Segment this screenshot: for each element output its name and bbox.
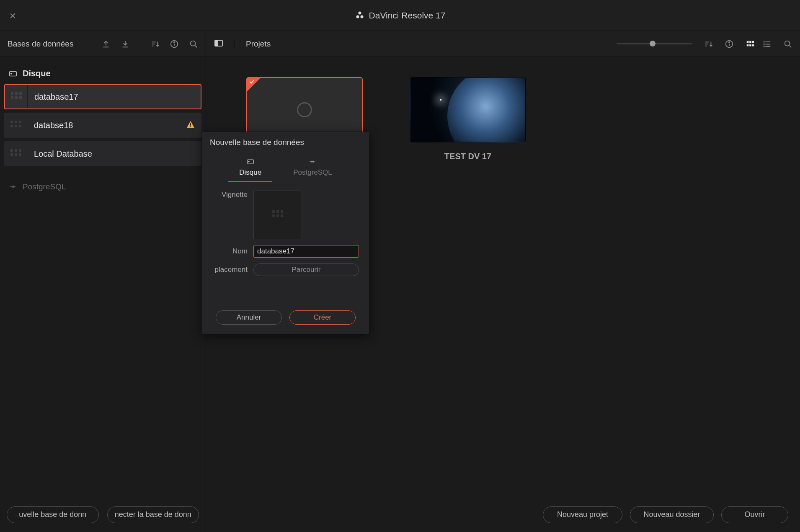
svg-point-5	[174, 41, 175, 42]
projects-header-label: Projets	[246, 39, 271, 49]
thumbnail-size-slider[interactable]	[617, 43, 692, 44]
disk-icon	[8, 69, 18, 78]
svg-rect-19	[752, 41, 754, 43]
svg-rect-27	[764, 46, 765, 47]
blank-project-icon	[295, 101, 314, 119]
svg-rect-23	[764, 41, 765, 42]
search-icon[interactable]	[189, 39, 198, 49]
name-input[interactable]	[253, 245, 359, 258]
project-thumbnail[interactable]	[410, 77, 526, 142]
project-item[interactable]: TEST DV 17	[410, 77, 526, 161]
panel-toggle-icon[interactable]	[214, 38, 224, 50]
project-name: TEST DV 17	[444, 152, 491, 161]
svg-rect-26	[765, 44, 770, 44]
new-database-button[interactable]: uvelle base de donn	[7, 506, 99, 523]
svg-rect-11	[190, 127, 191, 127]
svg-point-2	[360, 15, 363, 18]
databases-header: Bases de données	[0, 31, 206, 57]
vignette-picker[interactable]	[253, 191, 302, 239]
svg-point-6	[191, 41, 196, 46]
db-swatch	[5, 85, 28, 108]
export-icon[interactable]	[101, 39, 111, 49]
svg-point-9	[11, 73, 12, 74]
projects-footer: Nouveau projet Nouveau dossier Ouvrir	[206, 497, 800, 532]
svg-point-0	[358, 11, 361, 14]
app-logo-icon	[355, 10, 365, 21]
database-item-name: database17	[28, 92, 78, 102]
svg-rect-24	[765, 41, 770, 42]
svg-rect-10	[190, 123, 191, 126]
svg-point-29	[785, 41, 790, 46]
modal-tab-postgresql[interactable]: PostgreSQL	[290, 153, 335, 182]
app-title: DaVinci Resolve 17	[369, 10, 446, 21]
postgresql-icon	[8, 182, 18, 191]
database-item[interactable]: database17	[4, 84, 201, 109]
svg-point-16	[729, 41, 730, 42]
projects-header: Projets	[206, 31, 800, 57]
import-icon[interactable]	[121, 39, 130, 49]
modal-tab-disk[interactable]: Disque	[236, 153, 265, 182]
vignette-label: Vignette	[212, 191, 248, 199]
database-item[interactable]: Local Database	[4, 141, 201, 166]
close-icon[interactable]: ✕	[9, 11, 16, 21]
svg-rect-25	[764, 44, 765, 45]
svg-point-31	[298, 103, 312, 117]
create-button[interactable]: Créer	[289, 310, 356, 325]
browse-button[interactable]: Parcourir	[253, 263, 359, 276]
search-icon[interactable]	[783, 39, 792, 49]
svg-point-1	[356, 15, 359, 18]
connect-database-button[interactable]: necter la base de donn	[107, 506, 199, 523]
database-item-name: Local Database	[27, 149, 92, 159]
svg-rect-28	[765, 46, 770, 47]
title-bar: ✕ DaVinci Resolve 17	[0, 0, 800, 31]
postgresql-section[interactable]: PostgreSQL	[4, 170, 201, 204]
check-icon	[249, 79, 255, 85]
cancel-button[interactable]: Annuler	[216, 310, 282, 325]
grid-view-icon[interactable]	[746, 39, 755, 49]
svg-line-30	[790, 45, 792, 47]
sort-icon[interactable]	[150, 39, 160, 49]
databases-panel: Bases de données Disque database17	[0, 31, 206, 532]
placement-label: placement	[212, 266, 248, 274]
svg-rect-20	[747, 44, 749, 46]
modal-title: Nouvelle base de données	[202, 132, 369, 153]
svg-line-7	[195, 45, 197, 47]
database-item[interactable]: databse18	[4, 113, 201, 138]
open-button[interactable]: Ouvrir	[721, 506, 788, 523]
svg-rect-32	[247, 160, 253, 164]
databases-footer: uvelle base de donn necter la base de do…	[0, 497, 206, 532]
db-swatch	[5, 113, 27, 137]
svg-rect-17	[747, 41, 749, 43]
svg-rect-18	[749, 41, 751, 43]
database-item-name: databse18	[27, 121, 73, 130]
list-view-icon[interactable]	[762, 39, 772, 49]
warning-icon	[186, 120, 195, 131]
info-icon[interactable]	[725, 39, 734, 49]
new-project-button[interactable]: Nouveau projet	[543, 506, 622, 523]
info-icon[interactable]	[170, 39, 179, 49]
svg-rect-21	[749, 44, 751, 46]
sort-icon[interactable]	[704, 39, 713, 49]
new-folder-button[interactable]: Nouveau dossier	[630, 506, 714, 523]
disk-section-title: Disque	[4, 65, 201, 84]
name-label: Nom	[212, 247, 248, 256]
svg-rect-22	[752, 44, 754, 46]
databases-header-label: Bases de données	[8, 39, 73, 49]
new-database-modal: Nouvelle base de données Disque PostgreS…	[202, 132, 369, 334]
svg-rect-13	[215, 40, 218, 46]
svg-point-33	[248, 161, 249, 162]
db-swatch	[5, 142, 27, 166]
